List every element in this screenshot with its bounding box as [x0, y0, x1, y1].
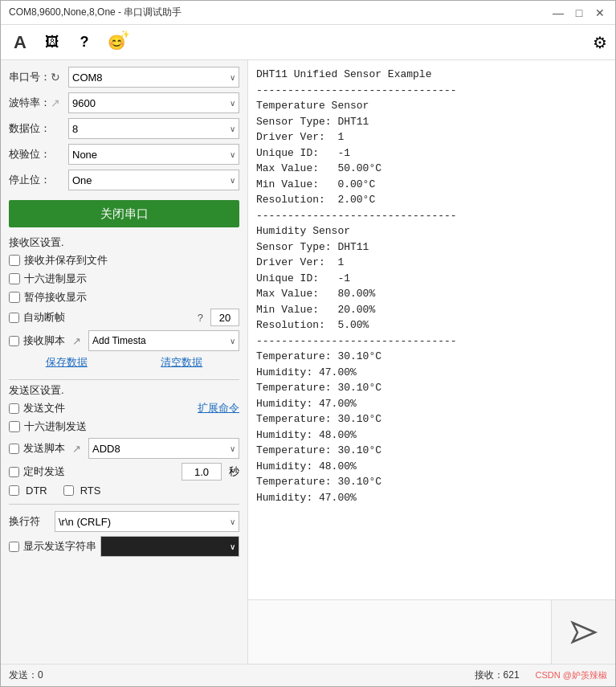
maximize-button[interactable]: □	[572, 6, 586, 20]
data-bits-select[interactable]: 8 765	[68, 118, 239, 139]
divider-2	[9, 504, 239, 505]
auto-frame-checkbox[interactable]	[9, 313, 19, 323]
parity-select[interactable]: None OddEven	[68, 144, 239, 165]
auto-frame-row: 自动断帧 ?	[9, 309, 239, 326]
status-bar: 发送：0 接收：621 CSDN @妒羡辣椒	[1, 664, 615, 686]
toolbar: A 🖼 ? 😊✨ ⚙	[1, 25, 615, 60]
timer-send-label: 定时发送	[23, 464, 65, 479]
data-bits-label: 数据位：	[9, 121, 51, 136]
newline-label: 换行符	[9, 514, 51, 529]
parity-label: 校验位：	[9, 147, 51, 162]
clear-data-link[interactable]: 清空数据	[161, 355, 202, 370]
newline-select[interactable]: \r\n (CRLF) \n (LF) \r (CR) None	[55, 511, 239, 532]
auto-frame-label: 自动断帧	[23, 310, 65, 325]
recv-script-checkbox[interactable]	[9, 336, 19, 346]
recv-script-icon: ↗	[72, 335, 81, 347]
close-button[interactable]: ✕	[593, 6, 607, 20]
newline-row: 换行符 \r\n (CRLF) \n (LF) \r (CR) None	[9, 511, 239, 532]
timestamp-select[interactable]: Add Timesta No Timestamp	[88, 330, 239, 351]
stop-bits-label: 停止位：	[9, 173, 51, 187]
send-script-row: 发送脚本 ↗ ADD8 None	[9, 438, 239, 459]
send-script-select-wrapper: ADD8 None	[88, 438, 239, 459]
send-str-select[interactable]	[100, 536, 239, 557]
dtr-rts-row: DTR RTS	[9, 485, 239, 497]
data-links: 保存数据 清空数据	[9, 355, 239, 370]
timer-row: 定时发送 秒	[9, 463, 239, 480]
hex-send-label: 十六进制发送	[24, 419, 87, 434]
hex-display-row: 十六进制显示	[9, 272, 239, 286]
timer-send-checkbox[interactable]	[9, 467, 19, 477]
send-button[interactable]	[551, 600, 615, 664]
send-file-label: 发送文件	[23, 401, 65, 415]
emoji-icon[interactable]: 😊✨	[105, 31, 128, 54]
timer-unit: 秒	[229, 464, 239, 479]
send-count: 0	[38, 669, 43, 681]
send-script-icon: ↗	[72, 443, 81, 455]
recv-script-label: 接收脚本	[23, 333, 65, 348]
status-right: 接收：621 CSDN @妒羡辣椒	[475, 669, 607, 682]
hex-display-label: 十六进制显示	[24, 272, 87, 286]
right-panel: DHT11 Unified Sensor Example -----------…	[248, 60, 615, 664]
timer-input[interactable]	[182, 463, 222, 480]
stop-bits-select-wrapper: One OnePointFiveTwo	[68, 170, 239, 190]
save-file-checkbox[interactable]	[9, 255, 20, 266]
data-bits-select-wrapper: 8 765	[68, 118, 239, 139]
settings-icon[interactable]: ⚙	[593, 33, 607, 52]
refresh-icon[interactable]: ↻	[51, 71, 68, 84]
hex-display-checkbox[interactable]	[9, 273, 20, 284]
parity-select-wrapper: None OddEven	[68, 144, 239, 165]
main-content: 串口号： ↻ COM8 COM1COM2COM3 波特率： ↗ 9600 115…	[1, 60, 615, 664]
send-input[interactable]	[248, 600, 551, 664]
display-send-label: 显示发送字符串	[23, 539, 96, 554]
auto-frame-question: ?	[198, 312, 203, 324]
timestamp-select-wrapper: Add Timesta No Timestamp	[88, 330, 239, 351]
send-status: 发送：0	[9, 669, 43, 682]
receive-section-title: 接收区设置.	[9, 235, 239, 250]
send-section-title: 发送区设置.	[9, 383, 239, 398]
rts-label: RTS	[80, 485, 101, 497]
send-script-checkbox[interactable]	[9, 444, 19, 454]
auto-frame-input[interactable]	[210, 309, 239, 326]
port-row: 串口号： ↻ COM8 COM1COM2COM3	[9, 67, 239, 88]
window-title: COM8,9600,None,8,One - 串口调试助手	[9, 6, 182, 19]
pause-display-label: 暂停接收显示	[24, 290, 87, 305]
display-send-checkbox[interactable]	[9, 542, 19, 552]
recv-script-row: 接收脚本 ↗ Add Timesta No Timestamp	[9, 330, 239, 351]
pause-display-checkbox[interactable]	[9, 292, 20, 303]
hex-send-checkbox[interactable]	[9, 421, 20, 432]
title-bar: COM8,9600,None,8,One - 串口调试助手 — □ ✕	[1, 1, 615, 25]
save-file-label: 接收并保存到文件	[24, 253, 108, 268]
dtr-label: DTR	[26, 485, 47, 497]
recv-count: 621	[504, 669, 520, 681]
title-bar-buttons: — □ ✕	[551, 6, 607, 20]
left-panel: 串口号： ↻ COM8 COM1COM2COM3 波特率： ↗ 9600 115…	[1, 60, 248, 664]
watermark: CSDN @妒羡辣椒	[536, 669, 607, 681]
hex-send-row: 十六进制发送	[9, 419, 239, 434]
newline-select-wrapper: \r\n (CRLF) \n (LF) \r (CR) None	[55, 511, 239, 532]
baud-select[interactable]: 9600 115200	[68, 92, 239, 113]
image-icon[interactable]: 🖼	[41, 31, 63, 54]
save-data-link[interactable]: 保存数据	[46, 355, 88, 370]
send-status-label: 发送：	[9, 669, 38, 681]
minimize-button[interactable]: —	[551, 6, 565, 20]
close-port-button[interactable]: 关闭串口	[9, 200, 239, 227]
stop-bits-select[interactable]: One OnePointFiveTwo	[68, 170, 239, 190]
recv-status-label: 接收：	[475, 669, 504, 681]
send-script-select[interactable]: ADD8 None	[88, 438, 239, 459]
main-window: COM8,9600,None,8,One - 串口调试助手 — □ ✕ A 🖼 …	[0, 0, 616, 687]
help-icon[interactable]: ?	[73, 31, 96, 54]
send-file-checkbox[interactable]	[9, 403, 19, 414]
port-select[interactable]: COM8 COM1COM2COM3	[68, 67, 239, 88]
baud-row: 波特率： ↗ 9600 115200	[9, 92, 239, 113]
send-file-row: 发送文件 扩展命令	[9, 401, 239, 415]
port-select-wrapper: COM8 COM1COM2COM3	[68, 67, 239, 88]
expand-cmd-link[interactable]: 扩展命令	[198, 401, 239, 415]
send-str-select-wrapper: ∨	[100, 536, 239, 557]
font-icon[interactable]: A	[9, 31, 31, 54]
dtr-checkbox[interactable]	[9, 485, 19, 496]
baud-select-wrapper: 9600 115200	[68, 92, 239, 113]
baud-icon: ↗	[51, 96, 68, 109]
rts-checkbox[interactable]	[63, 485, 74, 496]
output-area[interactable]: DHT11 Unified Sensor Example -----------…	[248, 60, 615, 599]
toolbar-left: A 🖼 ? 😊✨	[9, 31, 128, 54]
